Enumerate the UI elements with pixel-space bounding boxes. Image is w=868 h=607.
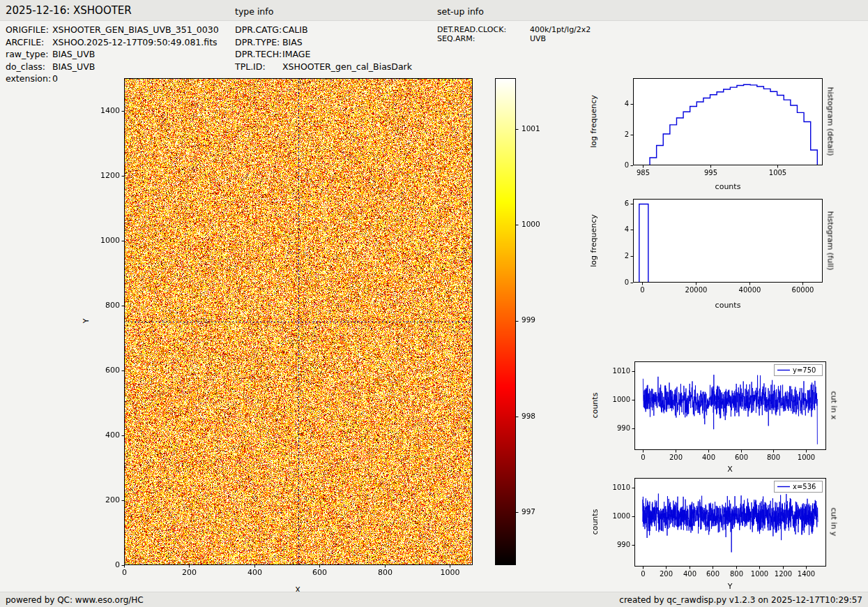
- info-label: DPR.CATG:: [235, 24, 282, 36]
- histogram-detail-canvas: [598, 71, 830, 190]
- histogram-full-canvas: [598, 192, 830, 307]
- cut-in-x-canvas: [600, 354, 833, 474]
- info-value: BIAS_UVB: [52, 48, 95, 61]
- info-row: DET.READ.CLOCK:400k/1pt/lg/2x2: [437, 25, 591, 34]
- main-plot-ylabel: Y: [82, 319, 91, 324]
- info-row: ORIGFILE:XSHOOTER_GEN_BIAS_UVB_351_0030: [6, 24, 219, 36]
- info-label: DPR.TYPE:: [235, 36, 282, 49]
- info-row: DPR.TYPE:BIAS: [235, 36, 412, 49]
- info-value: XSHOOTER_GEN_BIAS_UVB_351_0030: [52, 24, 219, 36]
- info-label: ORIGFILE:: [6, 24, 52, 36]
- qc-report-page: 2025-12-16: XSHOOTER type info set-up in…: [0, 0, 868, 607]
- info-label: do_class:: [6, 61, 52, 73]
- footer-created-by: created by qc_rawdisp.py v1.2.3 on 2025-…: [619, 595, 862, 605]
- info-label: DPR.TECH:: [235, 48, 282, 61]
- info-label: ARCFILE:: [6, 36, 52, 49]
- colorbar-canvas: [492, 73, 548, 572]
- setup-info-heading: set-up info: [437, 6, 484, 17]
- info-value: XSHOO.2025-12-17T09:50:49.081.fits: [52, 36, 218, 49]
- info-value: BIAS_UVB: [52, 61, 95, 73]
- header-bar: 2025-12-16: XSHOOTER type info set-up in…: [0, 0, 868, 21]
- footer-powered-by: powered by QC: www.eso.org/HC: [6, 595, 144, 605]
- info-label: SEQ.ARM:: [437, 34, 530, 43]
- cut-in-y-canvas: [600, 471, 833, 591]
- bias-image-canvas: [91, 68, 488, 585]
- info-row: DPR.CATG:CALIB: [235, 24, 412, 36]
- type-info-heading: type info: [235, 6, 273, 17]
- cut-in-x-ylabel: counts: [591, 393, 600, 419]
- cut-in-x-side-label: cut in x: [830, 391, 839, 420]
- info-row: DPR.TECH:IMAGE: [235, 48, 412, 61]
- info-row: SEQ.ARM:UVB: [437, 34, 591, 43]
- type-info-block: DPR.CATG:CALIBDPR.TYPE:BIASDPR.TECH:IMAG…: [235, 24, 412, 73]
- histogram-detail-side-label: histogram (detail): [826, 87, 835, 156]
- info-row: ARCFILE:XSHOO.2025-12-17T09:50:49.081.fi…: [6, 36, 219, 49]
- info-value: CALIB: [282, 24, 308, 36]
- histogram-detail-ylabel: log frequency: [589, 95, 598, 147]
- info-value: BIAS: [282, 36, 303, 49]
- info-value: 0: [52, 73, 58, 85]
- histogram-full-side-label: histogram (full): [826, 211, 835, 271]
- report-title: 2025-12-16: XSHOOTER: [6, 4, 132, 17]
- cut-in-y-ylabel: counts: [591, 509, 600, 535]
- info-value: UVB: [530, 34, 546, 43]
- footer-bar: powered by QC: www.eso.org/HC created by…: [0, 592, 868, 607]
- info-label: extension:: [6, 73, 52, 85]
- histogram-full-ylabel: log frequency: [589, 214, 598, 267]
- histogram-detail-xlabel: counts: [715, 182, 741, 191]
- info-value: 400k/1pt/lg/2x2: [530, 25, 591, 34]
- cut-in-y-xlabel: Y: [728, 582, 733, 591]
- setup-info-block: DET.READ.CLOCK:400k/1pt/lg/2x2SEQ.ARM:UV…: [437, 25, 591, 43]
- info-row: raw_type:BIAS_UVB: [6, 48, 219, 61]
- histogram-full-xlabel: counts: [715, 301, 741, 310]
- info-value: IMAGE: [282, 48, 310, 61]
- cut-in-y-side-label: cut in y: [830, 508, 839, 537]
- info-label: DET.READ.CLOCK:: [437, 25, 530, 34]
- info-label: raw_type:: [6, 48, 52, 61]
